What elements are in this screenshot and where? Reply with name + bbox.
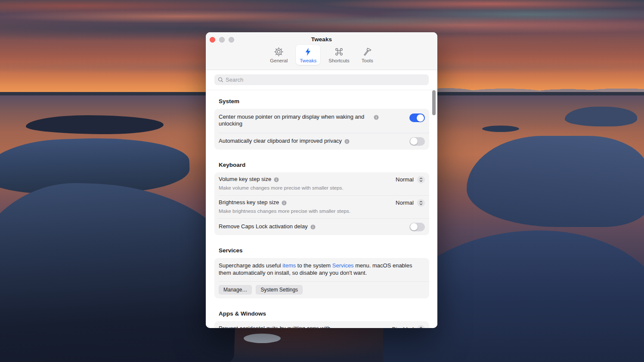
iceberg-shape: [467, 136, 644, 227]
info-icon[interactable]: [374, 115, 379, 120]
tab-tweaks[interactable]: Tweaks: [296, 45, 320, 65]
setting-subtext: Make volume changes more precise with sm…: [219, 185, 425, 191]
setting-label: Center mouse pointer on primary display …: [219, 114, 371, 128]
settings-group-keyboard: Volume key step size Normal: [214, 172, 429, 235]
stepper-icon: [417, 325, 425, 328]
description-text: Supercharge adds useful: [219, 262, 282, 269]
tab-general[interactable]: General: [266, 45, 291, 65]
titlebar: Tweaks: [206, 32, 437, 70]
lightning-icon: [303, 46, 313, 57]
services-buttons: Manage… System Settings: [214, 282, 429, 298]
manage-button[interactable]: Manage…: [219, 285, 252, 295]
section-title-system: System: [219, 98, 429, 104]
setting-subtext: Make brightness changes more precise wit…: [219, 208, 425, 214]
info-icon[interactable]: [344, 139, 350, 144]
window-title: Tweaks: [206, 36, 437, 43]
tab-general-label: General: [270, 58, 288, 63]
ice-floe-shape: [482, 126, 519, 132]
services-link[interactable]: Services: [332, 262, 354, 269]
gear-icon: [274, 46, 284, 57]
close-button[interactable]: [210, 37, 215, 43]
zoom-button[interactable]: [229, 37, 234, 43]
select-value: Normal: [396, 176, 414, 183]
settings-content: System Center mouse pointer on primary d…: [206, 98, 437, 328]
minimize-button[interactable]: [219, 37, 225, 43]
setting-row: Automatically clear clipboard for improv…: [214, 133, 429, 150]
tab-shortcuts[interactable]: Shortcuts: [325, 45, 353, 65]
services-description: Supercharge adds useful items to the sys…: [214, 258, 429, 282]
search-bar: [206, 70, 437, 90]
search-input[interactable]: [226, 77, 425, 83]
search-field[interactable]: [214, 74, 429, 85]
iceberg-shape: [26, 115, 164, 134]
traffic-lights: [210, 37, 234, 43]
command-icon: [334, 46, 344, 57]
description-text: to the system: [296, 262, 332, 269]
tweaks-window: Tweaks: [206, 32, 437, 328]
scrollbar-thumb[interactable]: [432, 90, 436, 115]
stepper-icon: [417, 199, 425, 207]
toggle-switch[interactable]: [409, 114, 425, 122]
section-title-apps-windows: Apps & Windows: [219, 310, 429, 317]
tab-tools[interactable]: Tools: [358, 45, 377, 65]
select-value: Disabled: [392, 326, 414, 328]
setting-row: Brightness key step size Normal: [214, 196, 429, 218]
tab-tools-label: Tools: [362, 58, 373, 63]
setting-label: Remove Caps Lock activation delay: [219, 223, 308, 230]
settings-group-apps-windows: Prevent accidental quits by quitting app…: [214, 321, 429, 328]
setting-row: Center mouse pointer on primary display …: [214, 109, 429, 133]
setting-label: Prevent accidental quits by quitting app…: [219, 325, 330, 328]
select-control[interactable]: Normal: [396, 176, 425, 184]
tab-tweaks-label: Tweaks: [300, 58, 316, 63]
setting-row: Volume key step size Normal: [214, 172, 429, 195]
desktop-wallpaper: Tweaks: [0, 0, 644, 362]
iceberg-shape: [565, 107, 637, 126]
setting-row: Prevent accidental quits by quitting app…: [214, 321, 429, 328]
toggle-switch[interactable]: [409, 223, 425, 231]
tab-shortcuts-label: Shortcuts: [328, 58, 350, 63]
toolbar-tabs: General Tweaks S: [206, 45, 437, 65]
select-control[interactable]: Disabled: [392, 325, 425, 328]
hammer-icon: [362, 46, 372, 57]
setting-label: Volume key step size: [219, 176, 271, 183]
settings-group-system: Center mouse pointer on primary display …: [214, 109, 429, 150]
section-title-keyboard: Keyboard: [219, 162, 429, 168]
settings-group-services: Supercharge adds useful items to the sys…: [214, 258, 429, 299]
select-value: Normal: [396, 199, 414, 206]
setting-label: Brightness key step size: [219, 199, 279, 206]
system-settings-button[interactable]: System Settings: [256, 285, 303, 295]
select-control[interactable]: Normal: [396, 199, 425, 207]
search-icon: [218, 77, 223, 83]
setting-row: Remove Caps Lock activation delay: [214, 219, 429, 235]
setting-label: Automatically clear clipboard for improv…: [219, 138, 342, 144]
toggle-switch[interactable]: [409, 137, 425, 146]
info-icon[interactable]: [274, 177, 279, 182]
section-title-services: Services: [219, 247, 429, 254]
stepper-icon: [417, 176, 425, 184]
info-icon[interactable]: [310, 224, 316, 230]
ice-floe-shape: [244, 334, 281, 343]
info-icon[interactable]: [282, 200, 287, 206]
items-link[interactable]: items: [282, 262, 296, 269]
